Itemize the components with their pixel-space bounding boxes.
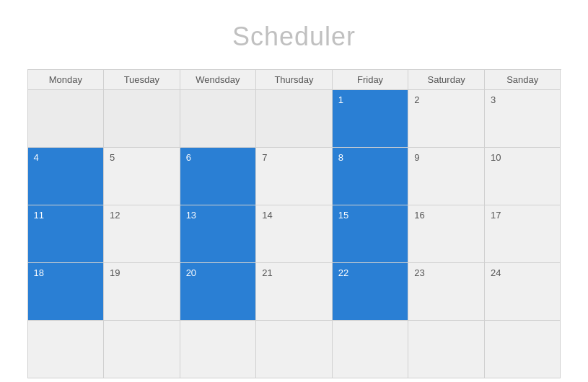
calendar-cell[interactable] bbox=[333, 321, 409, 378]
cell-number: 1 bbox=[338, 94, 343, 105]
calendar-cell[interactable]: 11 bbox=[28, 205, 105, 263]
header-day: Thursday bbox=[256, 70, 333, 90]
cell-number: 7 bbox=[262, 152, 267, 163]
calendar: MondayTuesdayWendsdayThursdayFridaySatur… bbox=[27, 69, 561, 378]
cell-number: 23 bbox=[414, 267, 424, 278]
calendar-cell[interactable]: 21 bbox=[256, 263, 333, 321]
calendar-cell[interactable]: 17 bbox=[485, 205, 561, 263]
cell-number: 17 bbox=[491, 210, 501, 221]
cell-number: 20 bbox=[186, 267, 196, 278]
header-day: Wendsday bbox=[180, 70, 257, 90]
calendar-cell[interactable] bbox=[104, 321, 180, 378]
cell-number: 5 bbox=[110, 152, 115, 163]
cell-number: 10 bbox=[491, 152, 501, 163]
calendar-cell[interactable]: 3 bbox=[485, 90, 561, 148]
cell-number: 21 bbox=[262, 267, 272, 278]
cell-number: 18 bbox=[34, 267, 44, 278]
calendar-cell[interactable]: 23 bbox=[408, 263, 485, 321]
cell-number: 14 bbox=[262, 210, 272, 221]
calendar-cell[interactable]: 10 bbox=[485, 148, 561, 205]
calendar-cell[interactable]: 1 bbox=[333, 90, 409, 148]
calendar-cell[interactable]: 22 bbox=[333, 263, 409, 321]
cell-number: 13 bbox=[186, 210, 196, 221]
cell-number: 8 bbox=[338, 152, 343, 163]
calendar-cell[interactable]: 6 bbox=[180, 148, 257, 205]
cell-number: 4 bbox=[34, 152, 39, 163]
header-day: Friday bbox=[333, 70, 409, 90]
calendar-cell[interactable]: 19 bbox=[104, 263, 180, 321]
cell-number: 12 bbox=[110, 210, 120, 221]
calendar-cell[interactable]: 14 bbox=[256, 205, 333, 263]
calendar-cell[interactable]: 7 bbox=[256, 148, 333, 205]
calendar-cell[interactable]: 24 bbox=[485, 263, 561, 321]
calendar-cell[interactable] bbox=[408, 321, 485, 378]
cell-number: 19 bbox=[110, 267, 120, 278]
calendar-cell[interactable]: 8 bbox=[333, 148, 409, 205]
cell-number: 15 bbox=[338, 210, 348, 221]
calendar-cell[interactable]: 9 bbox=[408, 148, 485, 205]
calendar-cell[interactable]: 15 bbox=[333, 205, 409, 263]
calendar-cell[interactable]: 20 bbox=[180, 263, 257, 321]
cell-number: 11 bbox=[34, 210, 44, 221]
header-day: Sanday bbox=[485, 70, 561, 90]
calendar-cell[interactable] bbox=[256, 321, 333, 378]
calendar-cell[interactable] bbox=[256, 90, 333, 148]
cell-number: 24 bbox=[491, 267, 501, 278]
cell-number: 22 bbox=[338, 267, 348, 278]
cell-number: 3 bbox=[491, 94, 496, 105]
calendar-cell[interactable] bbox=[485, 321, 561, 378]
calendar-header: MondayTuesdayWendsdayThursdayFridaySatur… bbox=[27, 69, 561, 90]
cell-number: 6 bbox=[186, 152, 191, 163]
calendar-cell[interactable]: 16 bbox=[408, 205, 485, 263]
header-day: Tuesday bbox=[104, 70, 180, 90]
cell-number: 9 bbox=[414, 152, 419, 163]
calendar-cell[interactable]: 13 bbox=[180, 205, 257, 263]
cell-number: 2 bbox=[414, 94, 419, 105]
calendar-cell[interactable] bbox=[28, 90, 105, 148]
calendar-cell[interactable]: 18 bbox=[28, 263, 105, 321]
calendar-cell[interactable] bbox=[180, 321, 257, 378]
calendar-grid: 123456789101112131415161718192021222324 bbox=[27, 90, 561, 378]
header-day: Saturday bbox=[408, 70, 485, 90]
calendar-cell[interactable] bbox=[28, 321, 105, 378]
calendar-cell[interactable]: 5 bbox=[104, 148, 180, 205]
page-title: Scheduler bbox=[232, 22, 356, 52]
calendar-cell[interactable] bbox=[180, 90, 257, 148]
calendar-cell[interactable]: 12 bbox=[104, 205, 180, 263]
cell-number: 16 bbox=[414, 210, 424, 221]
calendar-cell[interactable] bbox=[104, 90, 180, 148]
header-day: Monday bbox=[28, 70, 105, 90]
calendar-cell[interactable]: 4 bbox=[28, 148, 105, 205]
calendar-cell[interactable]: 2 bbox=[408, 90, 485, 148]
